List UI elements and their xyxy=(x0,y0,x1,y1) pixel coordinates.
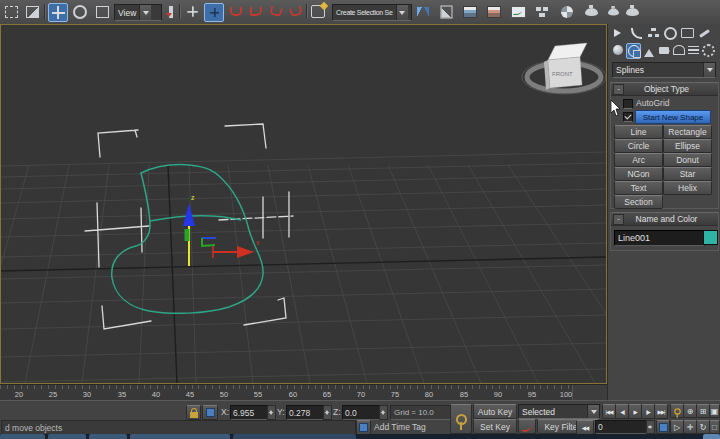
text-button[interactable]: Text xyxy=(614,181,663,195)
select-and-manipulate-icon[interactable] xyxy=(183,3,201,20)
circle-button[interactable]: Circle xyxy=(614,139,663,153)
gizmo-x-axis-arrow[interactable] xyxy=(237,246,254,258)
select-and-scale-icon[interactable] xyxy=(93,3,111,20)
dropdown-arrow-icon[interactable] xyxy=(703,63,715,77)
select-and-rotate-icon[interactable] xyxy=(71,3,89,20)
layer-manager-icon[interactable] xyxy=(461,3,479,20)
hierarchy-tab-icon[interactable] xyxy=(646,26,660,40)
rectangle-button[interactable]: Rectangle xyxy=(663,125,712,139)
start-new-shape-checkbox[interactable] xyxy=(623,112,633,122)
window-crossing-icon[interactable] xyxy=(23,3,41,20)
z-spinner[interactable] xyxy=(379,405,388,420)
key-mode-toggle[interactable] xyxy=(670,404,684,418)
lights-category-icon[interactable] xyxy=(642,43,655,57)
collapse-icon[interactable]: - xyxy=(613,214,624,225)
zoom-all-button[interactable]: ⊞ xyxy=(696,404,710,418)
gizmo-green-handle[interactable] xyxy=(185,229,190,241)
add-time-tag[interactable]: Add Time Tag xyxy=(374,422,426,432)
viewcube-top-face[interactable] xyxy=(548,43,587,60)
track-bar-ruler[interactable]: 20 25 30 35 40 45 50 55 60 65 70 75 80 8… xyxy=(0,385,573,401)
object-type-rollout-header[interactable]: - Object Type xyxy=(611,82,718,96)
absolute-mode-transform-toggle[interactable] xyxy=(202,405,218,420)
frame-spinner[interactable] xyxy=(646,420,655,434)
dropdown-arrow-icon[interactable] xyxy=(587,405,599,418)
pan-button[interactable]: ✛ xyxy=(683,420,697,434)
ngon-button[interactable]: NGon xyxy=(614,167,663,181)
taskbar-button[interactable] xyxy=(703,434,720,439)
star-button[interactable]: Star xyxy=(663,167,712,181)
taskbar-button[interactable] xyxy=(130,434,230,439)
zoom-button[interactable]: ⊕ xyxy=(683,404,697,418)
auto-key-button[interactable]: Auto Key xyxy=(473,404,517,419)
schematic-view-icon[interactable] xyxy=(533,3,551,20)
x-coordinate-field[interactable]: 6.955 xyxy=(230,405,270,420)
systems-category-icon[interactable] xyxy=(702,43,715,57)
name-and-color-rollout-header[interactable]: - Name and Color xyxy=(611,212,718,226)
open-mini-curve-editor-button[interactable] xyxy=(656,420,670,434)
previous-key-button[interactable]: ◀◀ xyxy=(576,420,594,435)
zoom-region-button[interactable]: ▷ xyxy=(670,420,684,434)
ellipse-button[interactable]: Ellipse xyxy=(663,139,712,153)
snaps-toggle-icon[interactable] xyxy=(204,3,224,22)
align-icon[interactable] xyxy=(437,3,455,20)
keyboard-shortcut-override-icon[interactable] xyxy=(309,3,327,20)
helpers-category-icon[interactable] xyxy=(672,43,685,57)
time-slider-track-bar[interactable]: 20 25 30 35 40 45 50 55 60 65 70 75 80 8… xyxy=(0,384,607,401)
section-button[interactable]: Section xyxy=(614,195,663,209)
zoom-extents-all-button[interactable]: ▣ xyxy=(709,404,720,418)
isolate-selection-toggle[interactable] xyxy=(356,420,371,435)
shape-category-dropdown[interactable]: Splines xyxy=(612,62,716,78)
current-frame-field[interactable]: 0 xyxy=(595,420,649,434)
render-production-icon[interactable] xyxy=(623,3,641,20)
go-to-start-button[interactable]: |◀◀ xyxy=(602,404,616,419)
orbit-button[interactable]: ↻ xyxy=(696,420,710,434)
helix-button[interactable]: Helix xyxy=(663,181,712,195)
curve-editor-icon[interactable] xyxy=(509,3,527,20)
z-coordinate-field[interactable]: 0.0 xyxy=(342,405,382,420)
snap-3d-icon[interactable] xyxy=(227,3,245,20)
named-selection-sets-dropdown[interactable]: Create Selection Se xyxy=(332,4,412,21)
mirror-icon[interactable] xyxy=(414,3,432,20)
taskbar-button[interactable] xyxy=(0,434,45,439)
object-name-field[interactable]: Line001 xyxy=(614,230,705,246)
maximize-viewport-toggle[interactable]: □ xyxy=(709,420,720,434)
dropdown-arrow-icon[interactable] xyxy=(139,5,151,20)
reference-coordinate-system-dropdown[interactable]: View xyxy=(114,4,162,21)
shapes-category-icon[interactable] xyxy=(626,43,641,59)
selection-lock-toggle[interactable] xyxy=(186,405,201,420)
viewcube[interactable]: FRONT xyxy=(522,43,606,94)
arc-button[interactable]: Arc xyxy=(614,153,663,167)
y-coordinate-field[interactable]: 0.278 xyxy=(286,405,326,420)
create-tab-icon[interactable] xyxy=(612,26,626,40)
use-pivot-point-center-icon[interactable] xyxy=(162,3,180,20)
previous-frame-button[interactable]: ◀| xyxy=(615,404,629,419)
rectangular-selection-region-icon[interactable] xyxy=(2,3,20,20)
collapse-icon[interactable]: - xyxy=(613,84,624,95)
angle-snap-toggle-icon[interactable] xyxy=(247,3,265,20)
autogrid-checkbox[interactable] xyxy=(623,99,633,109)
perspective-viewport[interactable]: z x FRONT xyxy=(0,24,607,384)
donut-button[interactable]: Donut xyxy=(663,153,712,167)
dropdown-arrow-icon[interactable] xyxy=(396,5,408,20)
geometry-category-icon[interactable] xyxy=(611,43,624,57)
percent-snap-toggle-icon[interactable] xyxy=(267,3,285,20)
new-key-default-tangent-button[interactable] xyxy=(518,419,536,434)
start-new-shape-button[interactable]: Start New Shape xyxy=(635,110,711,124)
next-frame-button[interactable]: |▶ xyxy=(641,404,655,419)
graphite-modeling-tools-icon[interactable] xyxy=(485,3,503,20)
x-spinner[interactable] xyxy=(267,405,276,420)
utilities-tab-icon[interactable] xyxy=(697,26,711,40)
material-editor-icon[interactable] xyxy=(558,3,576,20)
space-warps-category-icon[interactable] xyxy=(687,43,700,57)
display-tab-icon[interactable] xyxy=(680,26,694,40)
taskbar-button[interactable] xyxy=(48,434,86,439)
spinner-snap-toggle-icon[interactable] xyxy=(287,3,305,20)
go-to-end-button[interactable]: ▶▶| xyxy=(654,404,668,419)
y-spinner[interactable] xyxy=(323,405,332,420)
render-setup-icon[interactable] xyxy=(582,3,600,20)
set-keys-button[interactable] xyxy=(450,404,472,434)
taskbar-button[interactable] xyxy=(233,434,356,439)
modify-tab-icon[interactable] xyxy=(629,26,643,40)
select-and-move-icon[interactable] xyxy=(48,3,68,22)
play-button[interactable]: ▶ xyxy=(628,404,642,419)
